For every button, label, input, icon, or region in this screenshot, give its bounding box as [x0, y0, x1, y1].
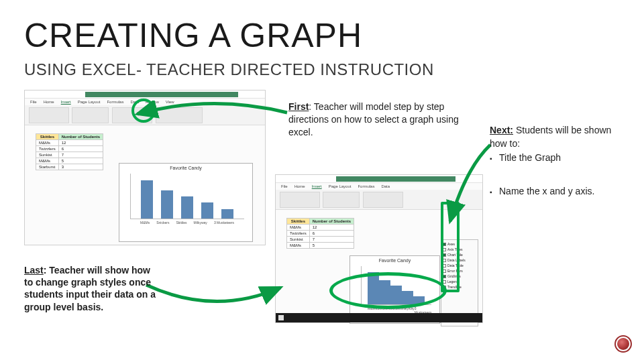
annotation-box-sidepanel — [441, 202, 460, 292]
bar — [141, 180, 153, 219]
chart-title: Favorite Candy — [350, 256, 439, 263]
bar — [161, 190, 173, 219]
tab-view: View — [166, 100, 174, 104]
annotation-circle-chart — [329, 272, 447, 309]
tab-home: Home — [44, 100, 54, 104]
excel-ribbon-tabs: File Home Insert Page Layout Formulas Da… — [276, 183, 482, 190]
next-item-1: Title the Graph — [490, 152, 631, 165]
next-item-2: Name the x and y axis. — [490, 185, 631, 198]
bar — [181, 196, 193, 219]
bar — [201, 202, 213, 219]
chart-area-1: Favorite Candy M&MsSnickersSkittlesMilky… — [119, 163, 253, 242]
chart-x-labels: M&MsSnickersSkittlesMilkyway3 Musketeers — [130, 221, 244, 225]
slide-badge-icon — [614, 335, 632, 353]
arrow-last — [141, 259, 288, 313]
slide-subtitle: USING EXCEL- TEACHER DIRECTED INSTRUCTIO… — [24, 60, 434, 79]
next-callout: Next: Students will be shown how to: Tit… — [490, 124, 631, 198]
slide-title: CREATING A GRAPH — [24, 16, 362, 55]
excel-screenshot-2: File Home Insert Page Layout Formulas Da… — [275, 174, 483, 323]
tab-file: File — [30, 100, 37, 104]
data-table: SkittlesNumber of Students M&Ms12 Twizzl… — [286, 218, 354, 249]
excel-titlebar — [276, 175, 482, 183]
tab-formulas: Formulas — [107, 100, 123, 104]
excel-worksheet: SkittlesNumber of Students M&Ms12 Twizzl… — [25, 125, 265, 239]
first-callout: First: Teacher will model step by step d… — [288, 101, 470, 139]
windows-start-icon — [278, 315, 284, 320]
annotation-circle-ribbon — [131, 99, 156, 123]
bar — [221, 209, 233, 219]
chart-title: Favorite Candy — [119, 164, 252, 171]
last-callout: Last: Teacher will show how to change gr… — [24, 264, 158, 313]
tab-page-layout: Page Layout — [78, 100, 101, 104]
excel-titlebar — [25, 90, 265, 99]
windows-taskbar — [276, 313, 482, 322]
data-table: SkittlesNumber of Students M&Ms12 Twizzl… — [36, 133, 103, 170]
chart-bars — [130, 174, 244, 219]
tab-insert: Insert — [61, 100, 71, 104]
excel-screenshot-1: File Home Insert Page Layout Formulas Da… — [24, 90, 266, 245]
